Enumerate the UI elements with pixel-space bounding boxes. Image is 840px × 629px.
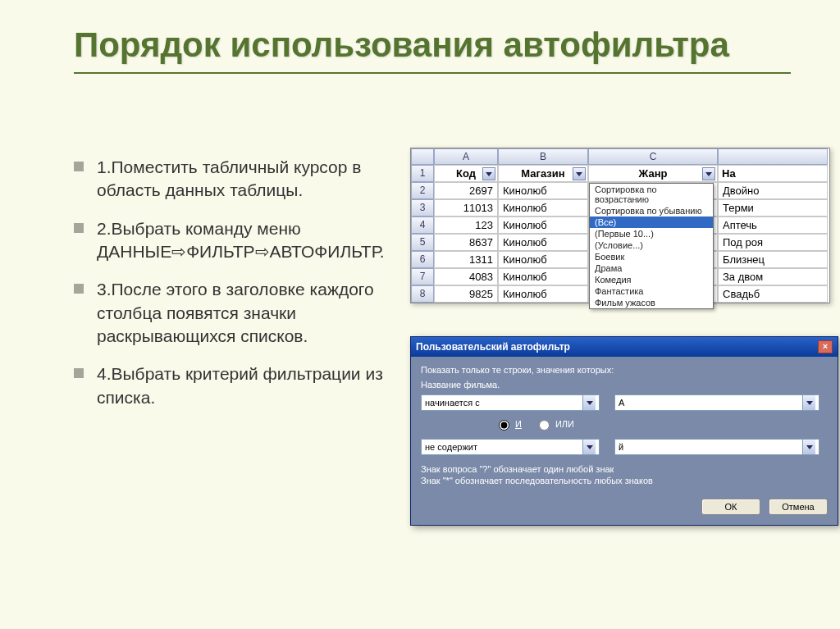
table-cell[interactable]: Кинолюб [498,199,588,217]
operator1-input[interactable] [422,395,582,410]
corner-cell [411,148,434,165]
menu-item-genre[interactable]: Комедия [590,274,713,285]
header-cell[interactable]: Жанр [588,165,718,182]
list-item: 1.Поместить табличный курсор в область д… [74,156,402,203]
dialog-titlebar[interactable]: Пользовательский автофильтр × [411,337,838,357]
table-cell[interactable]: Кинолюб [498,217,588,234]
row-num: 7 [411,268,434,285]
table-cell[interactable]: 4083 [434,268,498,285]
list-item: 4.Выбрать критерий фильтрации из списка. [74,362,402,409]
table-cell[interactable]: 8637 [434,234,498,251]
row-num: 3 [411,199,434,217]
table-cell[interactable]: 9825 [434,285,498,303]
menu-item-genre[interactable]: Фантастика [590,285,713,297]
bullet-column: 1.Поместить табличный курсор в область д… [74,156,402,424]
title-underline [74,72,791,74]
table-cell[interactable]: 1311 [434,251,498,268]
menu-item-genre[interactable]: Драма [590,262,713,274]
value2-input[interactable] [615,440,802,454]
table-cell[interactable]: Кинолюб [498,251,588,268]
dialog-field-label: Название фильма. [421,380,828,390]
table-cell[interactable]: 123 [434,217,498,234]
radio-and[interactable]: И [495,417,522,431]
filter-dropdown-icon[interactable] [573,167,586,180]
table-cell[interactable]: Кинолюб [498,234,588,251]
table-cell[interactable]: Под роя [718,234,828,251]
menu-item-top10[interactable]: (Первые 10...) [590,228,713,239]
radio-or[interactable]: ИЛИ [535,417,574,431]
table-cell[interactable]: 2697 [434,182,498,199]
table-cell[interactable]: Кинолюб [498,285,588,303]
custom-autofilter-dialog: Пользовательский автофильтр × Показать т… [410,336,838,526]
col-letter: C [588,148,718,165]
header-cell-cut[interactable]: На [718,165,828,182]
table-cell[interactable]: Двойно [718,182,828,199]
table-cell[interactable]: Близнец [718,251,828,268]
col-letter-cut [718,148,828,165]
chevron-down-icon[interactable] [582,395,596,410]
dialog-note: Знак вопроса "?" обозначает один любой з… [421,463,828,487]
chevron-down-icon[interactable] [582,440,596,454]
close-icon[interactable]: × [818,340,833,353]
row-num: 5 [411,234,434,251]
chevron-down-icon[interactable] [802,440,815,454]
row-num: 8 [411,285,434,303]
table-cell[interactable]: Кинолюб [498,268,588,285]
filter-dropdown-icon[interactable] [482,167,495,180]
row-num: 6 [411,251,434,268]
cancel-button[interactable]: Отмена [769,499,828,515]
dialog-title-text: Пользовательский автофильтр [416,341,570,353]
filter-dropdown-icon[interactable] [702,167,715,180]
menu-item-sort-desc[interactable]: Сортировка по убыванию [590,205,713,217]
operator1-combo[interactable] [421,394,600,411]
table-cell[interactable]: Аптечь [718,217,828,234]
chevron-down-icon[interactable] [802,395,815,410]
menu-item-all[interactable]: (Все) [590,217,713,228]
operator2-combo[interactable] [421,439,600,455]
list-item: 2.Выбрать команду меню ДАННЫЕ⇨ФИЛЬТР⇨АВТ… [74,217,402,264]
table-cell[interactable]: Кинолюб [498,182,588,199]
menu-item-genre[interactable]: Боевик [590,251,713,262]
value2-combo[interactable] [614,439,819,455]
operator2-input[interactable] [422,440,582,454]
value1-combo[interactable] [614,394,819,411]
col-letter: B [498,148,588,165]
col-letter: A [434,148,498,165]
table-cell[interactable]: Терми [718,199,828,217]
row-num: 4 [411,217,434,234]
table-cell[interactable]: 11013 [434,199,498,217]
table-cell[interactable]: Свадьб [718,285,828,303]
row-num: 1 [411,165,434,182]
excel-screenshot: A B C 1 Код Магазин Жанр На 2 2697 Кинол… [410,148,830,303]
menu-item-sort-asc[interactable]: Сортировка по возрастанию [590,184,713,205]
logic-radio-group: И ИЛИ [495,417,828,431]
dialog-hint: Показать только те строки, значения кото… [421,365,828,375]
genre-filter-menu[interactable]: Сортировка по возрастанию Сортировка по … [589,183,714,303]
value1-input[interactable] [615,395,802,410]
row-num: 2 [411,182,434,199]
menu-item-condition[interactable]: (Условие...) [590,239,713,251]
table-cell[interactable]: За двом [718,268,828,285]
menu-item-genre[interactable]: Фильм ужасов [590,297,713,303]
list-item: 3.После этого в заголовке каждого столбц… [74,278,402,348]
header-cell[interactable]: Код [434,165,498,182]
header-cell[interactable]: Магазин [498,165,588,182]
slide-title: Порядок использования автофильтра [0,0,840,66]
ok-button[interactable]: ОК [701,499,760,515]
